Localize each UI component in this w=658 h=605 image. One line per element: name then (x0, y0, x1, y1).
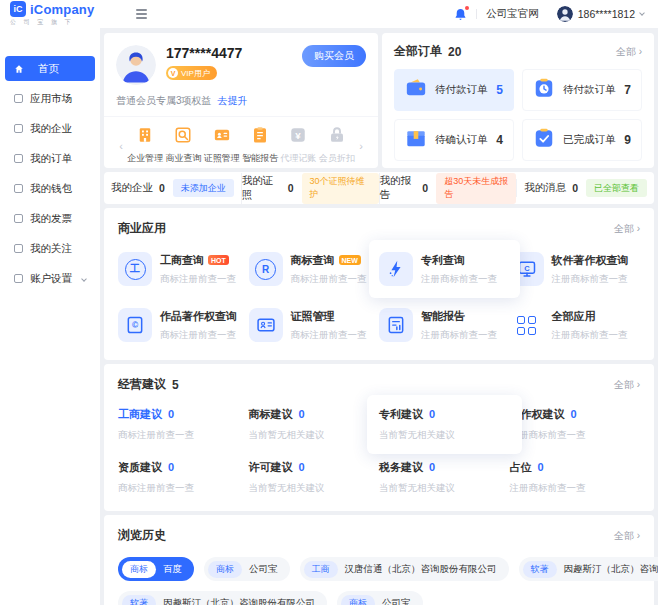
app-works-copyright-query[interactable]: © 作品著作权查询 商标注册前查一查 (118, 308, 249, 342)
order-card-pending-payment-2[interactable]: 待付款订单 7 (522, 69, 642, 111)
orders-panel: 全部订单 20 全部 › 待付款订单 5 待付款订单 7 待确认订单 (382, 33, 654, 168)
my-follow-icon (14, 244, 23, 253)
check-clipboard-icon (533, 127, 555, 153)
status-my-license[interactable]: 我的证照 0 30个证照待维护 (241, 173, 379, 204)
sidebar-item-my-invoice[interactable]: 我的发票 (5, 206, 95, 231)
bell-icon[interactable] (454, 8, 467, 21)
sidebar-item-label: 我的关注 (30, 242, 72, 256)
history-section: 浏览历史 全部 › 商标百度 商标公司宝 工商汉唐信通（北京）咨询股份有限公司 … (104, 515, 654, 605)
sidebar-item-label: 应用市场 (30, 92, 72, 106)
buy-member-button[interactable]: 购买会员 (302, 45, 366, 67)
suggestion-tax[interactable]: 税务建议0 当前暂无相关建议 (379, 460, 510, 495)
app-gongshang-query[interactable]: 工 工商查询HOT 商标注册前查一查 (118, 252, 249, 286)
sidebar-item-label: 我的订单 (30, 152, 72, 166)
status-my-report[interactable]: 我的报告 0 超30天未生成报告 (379, 173, 517, 204)
app-license-manage[interactable]: 证照管理 商标注册前查一查 (249, 308, 380, 342)
quick-item-member-discount[interactable]: 会员折扣 (318, 126, 356, 165)
order-card-pending-payment[interactable]: 待付款订单 5 (394, 69, 514, 111)
sidebar-item-label: 账户设置 (30, 272, 72, 286)
sidebar: 首页 应用市场 我的企业 我的订单 我的钱包 我的发票 我的关注 账户设置 (0, 28, 100, 605)
chevron-left-icon[interactable]: ‹ (116, 140, 126, 152)
quick-item-license-manage[interactable]: 证照管理 (203, 126, 241, 165)
suggestion-trademark[interactable]: 商标建议0 当前暂无相关建议 (249, 407, 380, 442)
official-site-link[interactable]: 公司宝官网 (486, 7, 539, 21)
app-all-apps[interactable]: 全部应用 注册商标前查一查 (510, 308, 641, 342)
suggestion-copyright[interactable]: 著作权建议0 注册商标前查一查 (510, 407, 641, 442)
suggestions-all-link[interactable]: 全部 › (614, 378, 640, 392)
status-my-message[interactable]: 我的消息 0 已全部查看 (516, 179, 654, 197)
status-badge: 超30天未生成报告 (436, 173, 516, 204)
apps-all-link[interactable]: 全部 › (614, 222, 640, 236)
vip-v-icon: V (168, 68, 178, 78)
app-smart-report[interactable]: 智能报告 注册商标前查一查 (379, 308, 510, 342)
section-title: 浏览历史 (118, 527, 166, 544)
history-tag[interactable]: 软著因趣斯汀（北京）咨询股份有限公司 (118, 591, 327, 605)
avatar[interactable] (116, 45, 156, 85)
bookkeeping-icon: ¥ (289, 126, 307, 148)
header-divider (476, 9, 477, 19)
quick-item-bookkeeping[interactable]: ¥ 代理记账 (279, 126, 317, 165)
benefit-text: 普通会员专属3项权益 (116, 95, 212, 106)
svg-text:©: © (132, 320, 139, 330)
suggestions-count: 5 (172, 378, 179, 392)
sidebar-item-label: 我的钱包 (30, 182, 72, 196)
home-icon (14, 64, 31, 74)
app-trademark-query[interactable]: R 商标查询NEW 商标注册前查一查 (249, 252, 380, 286)
history-tag[interactable]: 商标百度 (118, 557, 194, 581)
grid-icon (510, 308, 544, 342)
account-settings-icon (14, 274, 23, 283)
history-tag[interactable]: 商标公司宝 (204, 557, 290, 581)
svg-text:C: C (524, 264, 530, 273)
sidebar-item-my-wallet[interactable]: 我的钱包 (5, 176, 95, 201)
status-my-company[interactable]: 我的企业 0 未添加企业 (104, 179, 241, 197)
orders-title: 全部订单 (394, 43, 442, 60)
upgrade-link[interactable]: 去提升 (218, 95, 248, 106)
suggestions-section: 经营建议 5 全部 › 工商建议0 商标注册前查一查 商标建议0 当前暂无相关建… (104, 364, 654, 511)
history-tag[interactable]: 工商汉唐信通（北京）咨询股份有限公司 (300, 557, 509, 581)
sidebar-item-home[interactable]: 首页 (5, 56, 95, 81)
suggestion-gongshang[interactable]: 工商建议0 商标注册前查一查 (118, 407, 249, 442)
suggestion-qualification[interactable]: 资质建议0 商标注册前查一查 (118, 460, 249, 495)
order-card-completed[interactable]: 已完成订单 9 (522, 119, 642, 161)
orders-count: 20 (448, 45, 461, 59)
app-market-icon (14, 94, 23, 103)
suggestion-patent[interactable]: 专利建议0 当前暂无相关建议 (367, 395, 522, 454)
history-tag[interactable]: 软著因趣斯汀（北京）咨询股份有限公司 (519, 557, 658, 581)
quick-item-business-query[interactable]: 商业查询 (164, 126, 202, 165)
gongshang-circle-icon: 工 (118, 252, 152, 286)
sidebar-item-my-company[interactable]: 我的企业 (5, 116, 95, 141)
order-card-pending-confirm[interactable]: 待确认订单 4 (394, 119, 514, 161)
my-company-icon (14, 124, 23, 133)
business-apps-section: 商业应用 全部 › 工 工商查询HOT 商标注册前查一查 R 商标查询NEW 商… (104, 208, 654, 360)
box-icon (405, 127, 427, 153)
app-software-copyright-query[interactable]: C 软件著作权查询 注册商标前查一查 (510, 252, 641, 286)
app-patent-query[interactable]: 专利查询 注册商标前查一查 (369, 240, 520, 298)
quick-item-smart-report[interactable]: 智能报告 (241, 126, 279, 165)
user-avatar-icon[interactable] (557, 6, 573, 22)
history-tag[interactable]: 商标公司宝 (337, 591, 423, 605)
suggestion-permit[interactable]: 许可建议0 当前暂无相关建议 (249, 460, 380, 495)
my-wallet-icon (14, 184, 23, 193)
status-row: 我的企业 0 未添加企业 我的证照 0 30个证照待维护 我的报告 0 超30天… (104, 172, 654, 204)
user-panel: 177****4477 V VIP用户 购买会员 普通会员专属3项权益去提升 ‹… (104, 33, 378, 168)
notification-dot (465, 6, 469, 10)
wallet-icon (405, 77, 427, 103)
license-manage-icon (213, 126, 231, 148)
sidebar-item-app-market[interactable]: 应用市场 (5, 86, 95, 111)
chevron-down-icon[interactable] (639, 10, 645, 16)
sidebar-item-account-settings[interactable]: 账户设置 (5, 266, 95, 291)
vip-badge[interactable]: V VIP用户 (166, 66, 217, 80)
sidebar-item-my-orders[interactable]: 我的订单 (5, 146, 95, 171)
account-number[interactable]: 186****1812 (578, 8, 635, 20)
menu-icon[interactable] (136, 9, 147, 19)
company-manage-icon (136, 126, 154, 148)
sidebar-item-label: 首页 (38, 62, 59, 76)
quick-item-company-manage[interactable]: 企业管理 (126, 126, 164, 165)
chevron-right-icon[interactable]: › (356, 140, 366, 152)
suggestion-placeholder[interactable]: 占位0 注册商标前查一查 (510, 460, 641, 495)
orders-all-link[interactable]: 全部 › (616, 45, 642, 59)
my-invoice-icon (14, 214, 23, 223)
sidebar-item-my-follow[interactable]: 我的关注 (5, 236, 95, 261)
smart-report-icon (251, 126, 269, 148)
history-all-link[interactable]: 全部 › (614, 529, 640, 543)
